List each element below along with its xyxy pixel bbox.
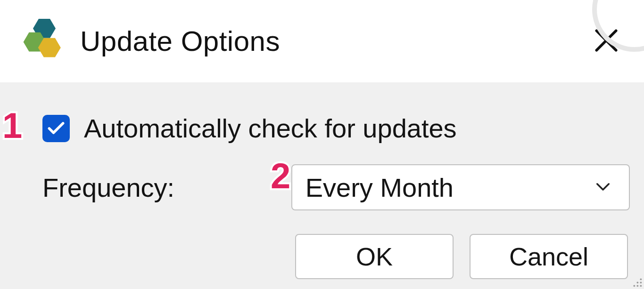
- auto-check-label: Automatically check for updates: [84, 113, 457, 144]
- svg-point-9: [636, 285, 638, 287]
- titlebar: Update Options: [0, 0, 644, 82]
- frequency-label: Frequency:: [42, 172, 281, 203]
- ok-button[interactable]: OK: [295, 234, 454, 279]
- update-options-dialog: Update Options 1 2 Automatically check f…: [0, 0, 644, 289]
- svg-point-10: [640, 285, 642, 287]
- cancel-button-label: Cancel: [509, 242, 588, 271]
- dialog-button-row: OK Cancel: [42, 234, 630, 279]
- checkmark-icon: [46, 117, 66, 140]
- dialog-title: Update Options: [80, 25, 280, 57]
- app-hex-icon: [19, 13, 75, 70]
- frequency-dropdown[interactable]: Every Month: [291, 164, 630, 210]
- ok-button-label: OK: [356, 242, 393, 271]
- svg-point-8: [633, 285, 635, 287]
- chevron-down-icon: [593, 177, 613, 198]
- auto-check-checkbox[interactable]: [42, 115, 70, 142]
- auto-check-row: Automatically check for updates: [42, 113, 630, 144]
- frequency-row: Frequency: Every Month: [42, 164, 630, 210]
- svg-point-5: [640, 278, 642, 280]
- svg-point-7: [640, 281, 642, 283]
- svg-point-6: [636, 281, 638, 283]
- dialog-body: 1 2 Automatically check for updates Freq…: [0, 82, 644, 289]
- window-corner-decoration: [592, 0, 644, 52]
- annotation-marker-1: 1: [2, 105, 22, 146]
- resize-grip-icon[interactable]: [630, 275, 643, 288]
- cancel-button[interactable]: Cancel: [470, 234, 628, 279]
- frequency-selected-value: Every Month: [305, 172, 454, 203]
